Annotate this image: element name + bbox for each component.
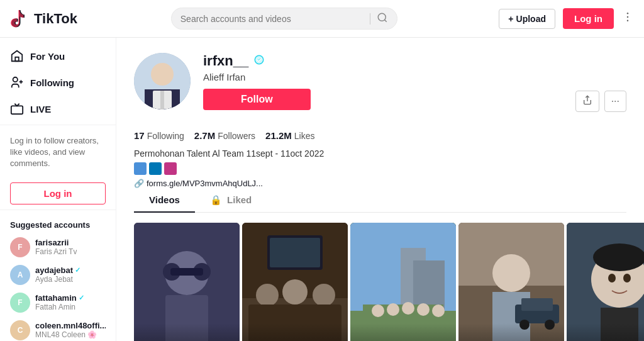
svg-point-39 <box>402 302 414 315</box>
follow-button[interactable]: Follow <box>203 89 311 110</box>
more-options-button[interactable] <box>621 11 634 26</box>
link-icon: 🔗 <box>134 179 144 188</box>
search-input[interactable] <box>180 14 364 24</box>
avatar-farisazrii: F <box>10 237 30 257</box>
svg-rect-47 <box>521 298 553 311</box>
tab-liked-label: Liked <box>227 194 252 205</box>
account-info-fattahamin: fattahamin ✓ Fattah Amin <box>35 293 84 311</box>
svg-point-37 <box>372 305 384 317</box>
upload-plus-icon: + <box>508 14 513 24</box>
login-button[interactable]: Log in <box>563 8 614 29</box>
video-grid: ▶ 260.9K Konsert dulu saeng saeng... <box>134 223 626 341</box>
profile-bio: Permohonan Talent Al Team 11sept - 11oct… <box>134 148 626 159</box>
svg-point-16 <box>255 55 264 64</box>
tab-liked[interactable]: 🔒 Liked <box>195 188 267 212</box>
ellipsis-icon: ··· <box>611 96 619 106</box>
header: TikTok + Upload Log in <box>0 0 644 38</box>
followers-label: Followers <box>218 131 255 141</box>
tab-videos[interactable]: Videos <box>134 188 195 212</box>
username-farisazrii: farisazrii <box>35 238 77 247</box>
sidebar: For You Following LIVE <box>0 38 116 341</box>
upload-button[interactable]: + Upload <box>499 9 555 29</box>
live-icon <box>10 102 24 116</box>
svg-point-3 <box>627 20 629 22</box>
suggested-account-3[interactable]: F fattahamin ✓ Fattah Amin <box>0 289 116 316</box>
link-url: forms.gle/MVP3mvmAhqUdLJ... <box>147 179 263 188</box>
home-icon <box>10 49 24 63</box>
svg-rect-4 <box>15 57 19 61</box>
sidebar-login-prompt: Log in to follow creators, like videos, … <box>0 128 116 177</box>
main-layout: For You Following LIVE <box>0 38 644 341</box>
sidebar-item-following[interactable]: Following <box>0 69 116 96</box>
search-divider <box>370 13 370 25</box>
suggested-account-1[interactable]: F farisazrii Faris Azri Tv <box>0 233 116 261</box>
verified-badge-fattahamin: ✓ <box>79 294 84 302</box>
facebook-icon <box>134 162 147 175</box>
stat-following: 17 Following <box>134 130 184 141</box>
upload-label: Upload <box>516 14 546 24</box>
profile-tabs: Videos 🔒 Liked <box>134 188 626 213</box>
stat-followers: 2.7M Followers <box>194 130 255 141</box>
video-card-3[interactable]: ▶ 862.1K Biasalah tiktok takedown ... <box>350 223 456 341</box>
linkedin-icon <box>149 162 162 175</box>
sidebar-login-button[interactable]: Log in <box>10 182 106 204</box>
video-thumb-4: ▶ 855K <box>458 223 564 341</box>
thumb-overlay-1 <box>134 323 240 341</box>
sidebar-divider <box>0 125 116 125</box>
svg-point-53 <box>593 243 644 271</box>
avatar-aydajebat: A <box>10 265 30 285</box>
svg-point-2 <box>627 16 629 18</box>
profile-link-icons <box>134 162 626 175</box>
tab-videos-label: Videos <box>149 194 180 205</box>
logo-area: TikTok <box>10 9 120 29</box>
suggested-accounts-title: Suggested accounts <box>0 213 116 233</box>
displayname-aydajebat: Ayda Jebat <box>35 275 80 284</box>
video-thumb-3: ▶ 862.1K <box>350 223 456 341</box>
suggested-account-4[interactable]: C coleen.mnl48offi... ✓ MNL48 Coleen 🌸 <box>0 316 116 341</box>
profile-verified-badge <box>253 54 265 69</box>
sidebar-item-for-you[interactable]: For You <box>0 43 116 69</box>
following-count: 17 <box>134 130 145 141</box>
profile-displayname: Alieff Irfan <box>203 72 626 82</box>
svg-point-0 <box>378 13 386 21</box>
video-card-5[interactable]: ▶ 235.1K Are you Rancak enough?!... <box>567 223 644 341</box>
svg-point-56 <box>623 274 631 282</box>
svg-point-26 <box>282 279 308 305</box>
lock-icon: 🔒 <box>210 194 222 205</box>
avatar-image <box>134 53 191 109</box>
main-nav: For You Following LIVE <box>0 43 116 122</box>
logo-text: TikTok <box>34 11 77 27</box>
svg-rect-22 <box>170 268 203 276</box>
profile-content: ··· <box>116 38 644 341</box>
svg-point-38 <box>387 303 399 316</box>
profile-action-buttons: ··· <box>575 91 626 112</box>
thumb-overlay-4 <box>458 323 564 341</box>
nav-following-label: Following <box>30 77 74 88</box>
video-thumb-5: ▶ 235.1K <box>567 223 644 341</box>
video-card-2[interactable]: ▶ 823.3K Nok ko suasano 🎉 #fyp <box>242 223 348 341</box>
suggested-account-2[interactable]: A aydajebat ✓ Ayda Jebat <box>0 261 116 289</box>
svg-point-55 <box>608 274 616 282</box>
svg-point-40 <box>417 303 430 316</box>
avatar-fattahamin: F <box>10 293 30 313</box>
stat-likes: 21.2M Likes <box>265 130 314 141</box>
verified-badge-aydajebat: ✓ <box>75 266 80 274</box>
thumb-overlay-2 <box>242 323 348 341</box>
video-card-4[interactable]: ▶ 855K Semoga dipermudahkan ... <box>458 223 564 341</box>
displayname-fattahamin: Fattah Amin <box>35 303 84 311</box>
thumb-overlay-5 <box>567 323 644 341</box>
svg-point-25 <box>256 284 279 306</box>
profile-username: irfxn__ <box>203 53 248 69</box>
nav-for-you-label: For You <box>30 51 65 62</box>
svg-rect-15 <box>160 91 164 109</box>
profile-link[interactable]: 🔗 forms.gle/MVP3mvmAhqUdLJ... <box>134 179 626 188</box>
username-aydajebat: aydajebat ✓ <box>35 266 80 275</box>
video-card-1[interactable]: ▶ 260.9K Konsert dulu saeng saeng... <box>134 223 240 341</box>
likes-count: 21.2M <box>265 130 292 141</box>
video-thumb-2: ▶ 823.3K <box>242 223 348 341</box>
sidebar-item-live[interactable]: LIVE <box>0 96 116 122</box>
more-profile-button[interactable]: ··· <box>604 91 626 112</box>
video-thumb-1: ▶ 260.9K <box>134 223 240 341</box>
search-button[interactable] <box>377 12 388 25</box>
share-button[interactable] <box>575 91 599 112</box>
